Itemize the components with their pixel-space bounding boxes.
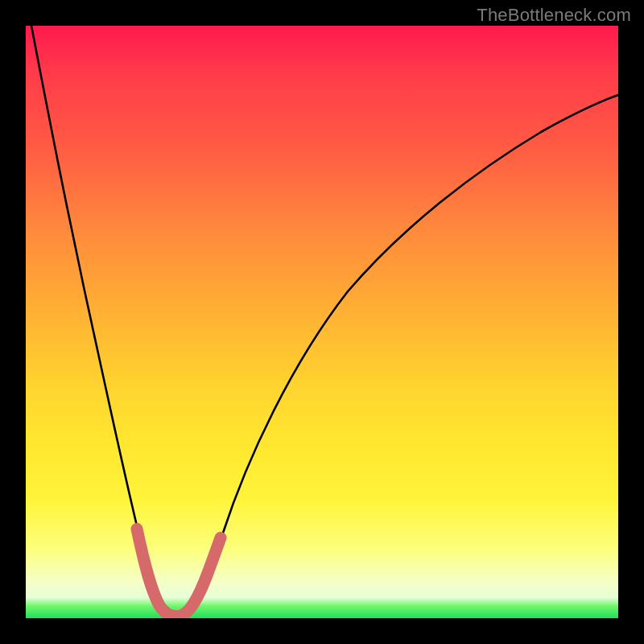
- bottleneck-highlight-path: [137, 529, 221, 616]
- chart-frame: TheBottleneck.com: [0, 0, 644, 644]
- plot-area: [26, 26, 618, 618]
- watermark-text: TheBottleneck.com: [477, 5, 631, 26]
- bottleneck-curve-svg: [26, 26, 618, 618]
- bottleneck-curve-path: [31, 26, 618, 617]
